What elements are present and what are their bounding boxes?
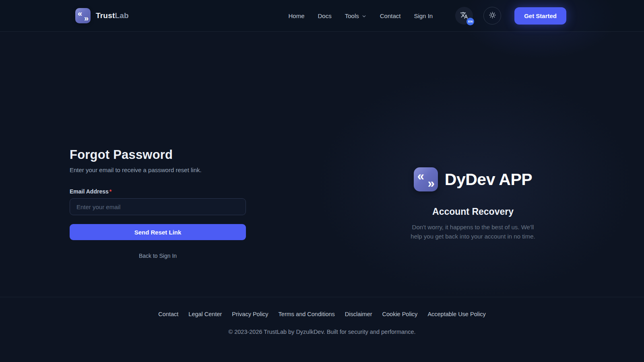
dydev-logo-icon: « » <box>414 167 438 191</box>
get-started-button[interactable]: Get Started <box>514 7 566 25</box>
brand-name-secondary: Lab <box>115 11 128 20</box>
footer-link-acceptable-use[interactable]: Acceptable Use Policy <box>427 311 485 317</box>
guillemet-left-glyph: « <box>417 170 424 182</box>
trustlab-logo-icon: « » <box>75 8 91 23</box>
top-nav: « » TrustLab Home Docs Tools Contact Sig… <box>0 0 644 32</box>
page-subtitle: Enter your email to receive a password r… <box>70 167 246 173</box>
theme-toggle-button[interactable] <box>483 7 501 25</box>
email-label: Email Address* <box>70 188 246 195</box>
page-title: Forgot Password <box>70 148 246 162</box>
main-content: Forgot Password Enter your email to rece… <box>0 32 644 297</box>
email-label-text: Email Address <box>70 188 109 195</box>
brand[interactable]: « » TrustLab <box>75 8 129 23</box>
footer: Contact Legal Center Privacy Policy Term… <box>0 297 644 335</box>
footer-links: Contact Legal Center Privacy Policy Term… <box>0 311 644 317</box>
footer-link-contact[interactable]: Contact <box>158 311 178 317</box>
language-button[interactable]: EN <box>455 7 473 25</box>
forgot-password-form: Forgot Password Enter your email to rece… <box>70 148 246 259</box>
language-badge: EN <box>466 18 474 25</box>
back-to-signin-link[interactable]: Back to Sign In <box>70 253 246 259</box>
nav-links: Home Docs Tools Contact Sign In <box>289 12 433 19</box>
footer-link-cookie-policy[interactable]: Cookie Policy <box>382 311 418 317</box>
sun-icon <box>489 11 496 20</box>
nav-link-tools-label: Tools <box>345 12 359 19</box>
nav-actions: EN Get Started <box>455 7 566 25</box>
promo-heading: Account Recovery <box>384 206 561 217</box>
required-asterisk: * <box>109 188 111 195</box>
email-input[interactable] <box>70 198 246 215</box>
guillemet-right-glyph: » <box>84 14 89 22</box>
nav-link-signin[interactable]: Sign In <box>414 12 433 19</box>
copyright-text: © 2023-2026 TrustLab by DyzulkDev. Built… <box>0 329 644 335</box>
guillemet-right-glyph: » <box>428 177 435 189</box>
nav-link-tools[interactable]: Tools <box>345 12 367 19</box>
promo-app-name: DyDev APP <box>445 170 532 189</box>
footer-link-disclaimer[interactable]: Disclaimer <box>345 311 372 317</box>
footer-link-privacy-policy[interactable]: Privacy Policy <box>232 311 268 317</box>
nav-link-docs[interactable]: Docs <box>318 12 332 19</box>
guillemet-left-glyph: « <box>78 9 82 17</box>
brand-name-primary: Trust <box>96 11 115 20</box>
promo-brand: « » DyDev APP <box>384 167 561 191</box>
nav-link-home[interactable]: Home <box>289 12 305 19</box>
footer-link-terms[interactable]: Terms and Conditions <box>279 311 335 317</box>
promo-panel: « » DyDev APP Account Recovery Don't wor… <box>384 167 561 241</box>
promo-description: Don't worry, it happens to the best of u… <box>409 222 537 241</box>
send-reset-link-button[interactable]: Send Reset Link <box>70 224 246 240</box>
nav-link-contact[interactable]: Contact <box>380 12 401 19</box>
chevron-down-icon <box>361 14 367 19</box>
brand-name: TrustLab <box>96 11 129 20</box>
footer-link-legal-center[interactable]: Legal Center <box>188 311 222 317</box>
